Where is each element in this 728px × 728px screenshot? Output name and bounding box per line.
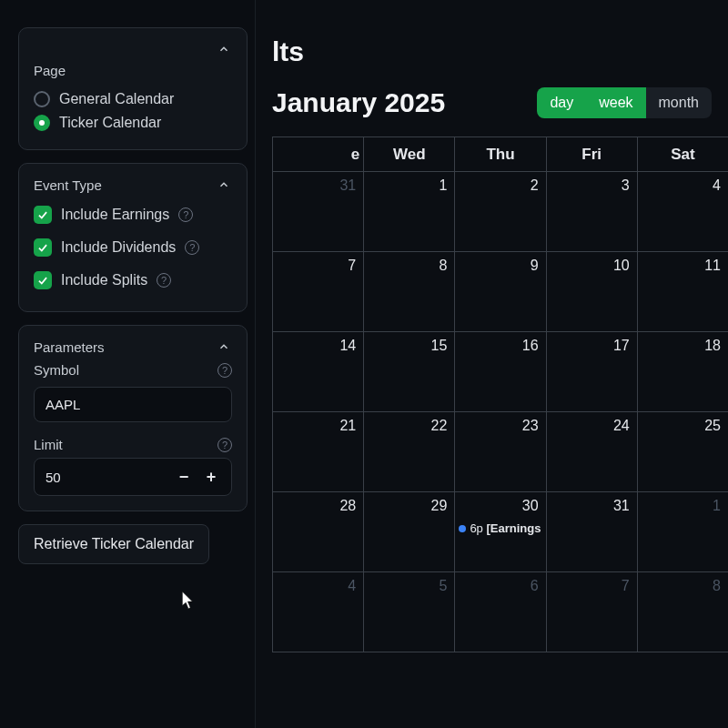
calendar-cell[interactable]: 3	[546, 172, 637, 252]
day-number: 9	[531, 258, 539, 274]
radio-label: Ticker Calendar	[59, 115, 161, 131]
retrieve-button[interactable]: Retrieve Ticker Calendar	[18, 524, 209, 564]
chevron-up-icon[interactable]	[216, 41, 232, 57]
view-month-button[interactable]: month	[646, 87, 712, 118]
day-number: 25	[704, 418, 721, 434]
help-icon[interactable]: ?	[217, 438, 232, 452]
day-header: Fri	[546, 137, 637, 172]
radio-selected-icon	[34, 115, 50, 131]
calendar-cell[interactable]: 22	[364, 412, 455, 492]
event-text: 6p [Earnings	[470, 521, 541, 535]
checkbox-earnings[interactable]	[34, 206, 52, 224]
day-number: 7	[348, 258, 356, 274]
view-week-button[interactable]: week	[586, 87, 645, 118]
calendar-cell[interactable]: 6	[455, 572, 546, 652]
calendar-cell[interactable]: 29	[364, 492, 455, 572]
checkbox-splits[interactable]	[34, 271, 52, 289]
checkbox-label: Include Splits	[61, 272, 147, 288]
day-number: 6	[531, 578, 539, 594]
checkbox-earnings-row: Include Earnings ?	[34, 198, 232, 231]
chevron-up-icon[interactable]	[216, 177, 232, 193]
day-number: 14	[339, 338, 356, 354]
day-header: Wed	[364, 137, 455, 172]
day-header: e	[273, 137, 364, 172]
calendar-cell[interactable]: 31	[546, 492, 637, 572]
day-number: 21	[339, 418, 356, 434]
day-number: 18	[704, 338, 721, 354]
calendar-cell[interactable]: 10	[546, 252, 637, 332]
symbol-input[interactable]	[34, 387, 232, 422]
increment-button[interactable]: +	[200, 466, 222, 488]
day-number: 1	[439, 177, 447, 194]
calendar-cell[interactable]: 16	[455, 332, 546, 412]
calendar-cell[interactable]: 2	[455, 172, 546, 252]
calendar-cell[interactable]: 7	[273, 252, 364, 332]
calendar-cell[interactable]: 17	[546, 332, 637, 412]
help-icon[interactable]: ?	[217, 363, 232, 378]
calendar-cell[interactable]: 15	[364, 332, 455, 412]
limit-label: Limit	[34, 437, 63, 452]
help-icon[interactable]: ?	[178, 207, 193, 222]
calendar-cell[interactable]: 23	[455, 412, 546, 492]
event-type-panel: Event Type Include Earnings ? Include Di…	[18, 163, 248, 312]
month-title: January 2025	[272, 87, 445, 118]
help-icon[interactable]: ?	[157, 273, 171, 288]
event-dot-icon	[459, 525, 466, 532]
day-number: 17	[613, 338, 630, 354]
chevron-up-icon[interactable]	[216, 339, 232, 355]
page-section-label: Page	[34, 63, 232, 78]
help-icon[interactable]: ?	[185, 240, 199, 255]
calendar-cell[interactable]: 5	[364, 572, 455, 652]
calendar-cell[interactable]: 25	[637, 412, 728, 492]
calendar-cell[interactable]: 11	[637, 252, 728, 332]
main-content: lts January 2025 day week month eWedThuF…	[255, 0, 728, 728]
day-number: 16	[522, 338, 539, 354]
decrement-button[interactable]: −	[173, 466, 195, 488]
radio-general-calendar[interactable]: General Calendar	[34, 87, 232, 111]
calendar-cell[interactable]: 14	[273, 332, 364, 412]
day-number: 8	[439, 258, 447, 274]
radio-icon	[34, 91, 50, 107]
calendar-cell[interactable]: 8	[637, 572, 728, 652]
mouse-cursor-icon	[182, 592, 195, 610]
calendar-cell[interactable]: 1	[364, 172, 455, 252]
calendar-cell[interactable]: 18	[637, 332, 728, 412]
checkbox-label: Include Dividends	[61, 239, 176, 256]
day-number: 11	[704, 258, 721, 274]
day-number: 23	[522, 418, 539, 434]
calendar-cell[interactable]: 306p [Earnings	[455, 492, 546, 572]
checkbox-dividends[interactable]	[34, 238, 52, 257]
calendar-cell[interactable]: 9	[455, 252, 546, 332]
checkbox-dividends-row: Include Dividends ?	[34, 231, 232, 264]
calendar-event[interactable]: 6p [Earnings	[459, 521, 543, 535]
day-number: 31	[613, 498, 630, 514]
calendar-cell[interactable]: 28	[273, 492, 364, 572]
day-number: 15	[431, 338, 448, 354]
calendar-cell[interactable]: 7	[546, 572, 637, 652]
day-number: 24	[613, 418, 630, 434]
calendar-cell[interactable]: 4	[273, 572, 364, 652]
day-header: Thu	[455, 137, 546, 172]
calendar-cell[interactable]: 24	[546, 412, 637, 492]
limit-stepper: 50 − +	[34, 458, 232, 496]
calendar-cell[interactable]: 4	[637, 172, 728, 252]
day-number: 30	[522, 498, 539, 514]
radio-ticker-calendar[interactable]: Ticker Calendar	[34, 111, 232, 135]
day-number: 28	[339, 498, 356, 514]
calendar-cell[interactable]: 1	[637, 492, 728, 572]
calendar-grid: eWedThuFriSat 31123478910111415161718212…	[272, 136, 728, 652]
calendar-cell[interactable]: 21	[273, 412, 364, 492]
day-number: 29	[431, 498, 448, 514]
calendar-header: January 2025 day week month	[272, 87, 728, 118]
day-number: 10	[613, 258, 630, 274]
parameters-panel: Parameters Symbol ? Limit ? 50 − +	[18, 325, 248, 511]
day-number: 4	[713, 177, 721, 194]
day-number: 31	[339, 177, 356, 194]
limit-value: 50	[46, 470, 61, 485]
calendar-cell[interactable]: 31	[273, 172, 364, 252]
symbol-label: Symbol	[34, 362, 79, 378]
view-day-button[interactable]: day	[537, 87, 586, 118]
radio-label: General Calendar	[59, 91, 174, 107]
calendar-cell[interactable]: 8	[364, 252, 455, 332]
day-number: 3	[622, 177, 630, 194]
